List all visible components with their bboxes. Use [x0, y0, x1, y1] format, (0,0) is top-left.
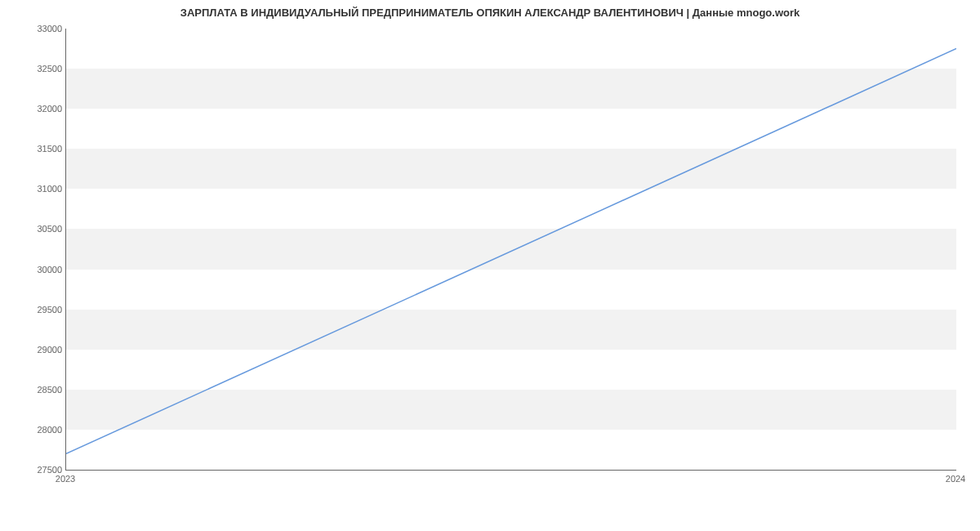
y-tick-label: 30000: [5, 265, 62, 274]
y-tick-label: 29000: [5, 345, 62, 355]
y-tick-label: 32000: [5, 104, 62, 114]
y-tick-label: 31500: [5, 144, 62, 154]
series-line: [66, 49, 956, 454]
y-tick-label: 31000: [5, 184, 62, 194]
y-tick-label: 30500: [5, 224, 62, 234]
x-tick-label: 2024: [946, 474, 965, 484]
y-tick-label: 33000: [5, 24, 62, 33]
line-layer: [66, 29, 956, 470]
chart-container: ЗАРПЛАТА В ИНДИВИДУАЛЬНЫЙ ПРЕДПРИНИМАТЕЛ…: [0, 0, 980, 506]
y-tick-label: 29500: [5, 305, 62, 315]
y-tick-label: 28000: [5, 425, 62, 435]
y-tick-label: 27500: [5, 465, 62, 475]
x-tick-label: 2023: [56, 474, 75, 484]
y-tick-label: 32500: [5, 64, 62, 74]
chart-title: ЗАРПЛАТА В ИНДИВИДУАЛЬНЫЙ ПРЕДПРИНИМАТЕЛ…: [0, 0, 980, 19]
y-tick-label: 28500: [5, 385, 62, 395]
plot-area: [65, 29, 956, 471]
